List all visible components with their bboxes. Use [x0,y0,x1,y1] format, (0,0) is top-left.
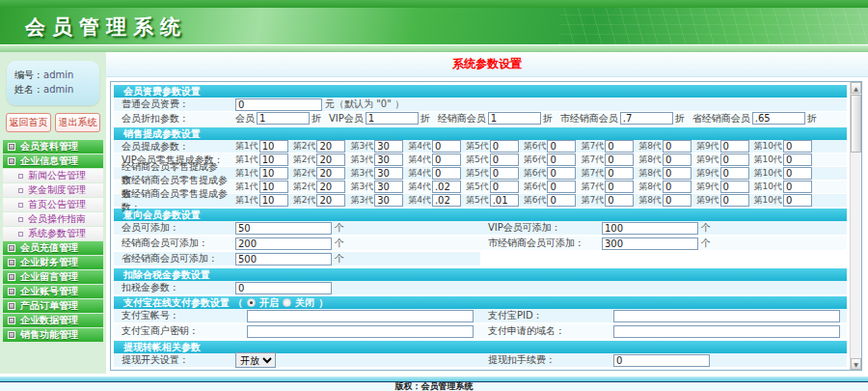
sidebar-menu-item[interactable]: 企业财务管理 [3,256,103,269]
generation-input[interactable] [720,154,749,166]
generation-label: 第4代 [408,140,431,153]
generation-label: 第5代 [466,181,489,193]
generation-input[interactable] [316,154,345,166]
generation-input[interactable] [374,194,403,207]
generation-input[interactable] [432,167,461,180]
home-button[interactable]: 返回首页 [6,113,51,132]
discount-input[interactable] [620,112,673,125]
generation-input[interactable] [783,154,812,166]
generation-input[interactable] [432,181,461,193]
sidebar-menu-item[interactable]: 企业信息管理 [3,154,103,168]
sidebar-menu-item[interactable]: 产品订单管理 [3,299,103,313]
generation-input[interactable] [316,181,345,193]
generation-input[interactable] [663,154,692,166]
sidebar-menu-item[interactable]: 销售功能管理 [3,328,103,342]
generation-input[interactable] [720,140,749,153]
quota-input[interactable] [235,237,332,250]
generation-input[interactable] [605,167,634,180]
withdraw-switch-select[interactable]: 开放 [235,352,276,368]
withdraw-fee-input[interactable] [613,354,710,367]
tax-input[interactable] [235,282,332,294]
generation-input[interactable] [259,140,288,153]
generation-input[interactable] [547,140,576,153]
discount-input[interactable] [488,112,541,125]
quota-label: 市经销商会员可添加： [488,237,602,250]
quota-input[interactable] [235,222,332,235]
generation-label: 第6代 [524,154,547,166]
generation-input[interactable] [374,167,403,180]
vertical-scrollbar[interactable]: ▲ ▼ [850,82,861,370]
quota-input[interactable] [235,253,332,265]
generation-input[interactable] [490,194,519,207]
sidebar-menu-item[interactable]: 首页公告管理 [3,198,103,211]
alipay-field-input[interactable] [247,310,474,322]
generation-input[interactable] [547,181,576,193]
sidebar-menu-item[interactable]: 系统参数管理 [3,227,103,240]
discount-input[interactable] [752,112,805,125]
generation-input[interactable] [783,194,812,207]
generation-input[interactable] [663,181,692,193]
generation-input[interactable] [374,181,403,193]
generation-input[interactable] [432,194,461,207]
alipay-field-input[interactable] [613,325,840,338]
generation-input[interactable] [259,167,288,180]
commission-row-label: 会员提成参数： [122,140,235,154]
alipay-section: 支付宝在线支付参数设置 （ 开启 关闭 ） [114,296,847,340]
generation-input[interactable] [374,154,403,166]
sidebar-menu-item[interactable]: 会员充值管理 [3,241,103,255]
generation-input[interactable] [490,154,519,166]
generation-input[interactable] [605,181,634,193]
normal-fee-input[interactable] [235,98,322,111]
sidebar-menu-item[interactable]: 企业留言管理 [3,270,103,284]
alipay-section-title: 支付宝在线支付参数设置 [123,296,230,310]
generation-input[interactable] [316,140,345,153]
generation-input[interactable] [259,154,288,166]
generation-input[interactable] [490,140,519,153]
generation-input[interactable] [547,154,576,166]
alipay-field-input[interactable] [613,310,840,322]
ecoin-switch-row: 电子币转帐开关： 开启 关闭 [114,369,480,370]
commission-section: 销售提成参数设置 会员提成参数： [114,127,847,208]
generation-input[interactable] [783,140,812,153]
generation-input[interactable] [720,181,749,193]
generation-input[interactable] [605,194,634,207]
scroll-down-icon[interactable]: ▼ [851,358,861,370]
generation-input[interactable] [490,181,519,193]
sidebar-menu-item[interactable]: 新闻公告管理 [3,169,103,182]
generation-input[interactable] [547,167,576,180]
scroll-up-icon[interactable]: ▲ [851,82,861,94]
generation-input[interactable] [663,140,692,153]
generation-input[interactable] [259,194,288,207]
generation-label: 第5代 [466,140,489,153]
generation-input[interactable] [605,154,634,166]
discount-input[interactable] [366,112,419,125]
generation-input[interactable] [316,194,345,207]
sidebar-menu-item[interactable]: 会员操作指南 [3,212,103,226]
generation-input[interactable] [720,167,749,180]
scrollbar-thumb[interactable] [851,95,861,153]
sidebar-menu-item[interactable]: 会员资料管理 [3,140,103,154]
generation-input[interactable] [490,167,519,180]
generation-input[interactable] [783,181,812,193]
generation-input[interactable] [374,140,403,153]
generation-input[interactable] [663,194,692,207]
exit-button[interactable]: 退出系统 [55,113,100,132]
quota-input[interactable] [602,237,698,250]
sidebar-menu-item[interactable]: 企业数据管理 [3,314,103,327]
quota-input[interactable] [602,222,698,235]
generation-input[interactable] [432,154,461,166]
generation-input[interactable] [663,167,692,180]
generation-input[interactable] [605,140,634,153]
generation-input[interactable] [432,140,461,153]
sidebar-menu-item[interactable]: 奖金制度管理 [3,183,103,197]
generation-input[interactable] [316,167,345,180]
discount-input[interactable] [257,112,310,125]
alipay-off-radio[interactable] [283,298,291,307]
sidebar-menu-item[interactable]: 企业账号管理 [3,285,103,298]
alipay-field-input[interactable] [247,325,474,338]
alipay-on-radio[interactable] [247,298,256,307]
generation-input[interactable] [259,181,288,193]
generation-input[interactable] [720,194,749,207]
generation-input[interactable] [547,194,576,207]
generation-input[interactable] [783,167,812,180]
